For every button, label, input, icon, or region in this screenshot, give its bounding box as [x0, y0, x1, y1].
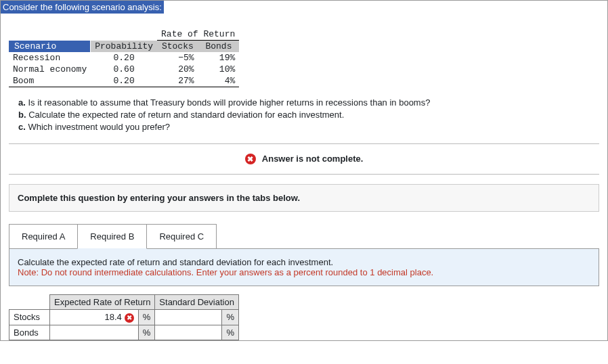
stocks-expected-input[interactable]: 18.4✖ — [50, 310, 139, 325]
col-expected: Expected Rate of Return — [50, 295, 155, 310]
alert-bar: ✖ Answer is not complete. — [9, 143, 599, 175]
rate-header: Rate of Return — [157, 28, 239, 41]
tab-required-a[interactable]: Required A — [9, 224, 78, 249]
alert-text: Answer is not complete. — [262, 154, 364, 164]
col-scenario: Scenario — [13, 41, 58, 51]
bonds-expected-input[interactable] — [50, 325, 139, 340]
tab-list: Required A Required B Required C — [9, 224, 599, 249]
page-title: Consider the following scenario analysis… — [1, 1, 164, 14]
tab-required-c[interactable]: Required C — [146, 224, 217, 249]
wrong-icon: ✖ — [125, 313, 134, 323]
tab-panel-b: Calculate the expected rate of return an… — [9, 248, 599, 286]
panel-instruction: Calculate the expected rate of return an… — [18, 257, 590, 267]
tab-required-b[interactable]: Required B — [77, 224, 147, 249]
row-stocks: Stocks — [9, 310, 50, 325]
scenario-table: Rate of Return Scenario Probability Stoc… — [9, 28, 239, 87]
instruction-box: Complete this question by entering your … — [9, 184, 599, 212]
bonds-stddev-input[interactable] — [155, 325, 222, 340]
stocks-stddev-input[interactable] — [155, 310, 222, 325]
question-list: a. Is it reasonable to assume that Treas… — [18, 97, 599, 134]
answer-table: Expected Rate of Return Standard Deviati… — [9, 294, 239, 340]
table-row: Boom 0.20 27% 4% — [9, 75, 239, 87]
col-stddev: Standard Deviation — [155, 295, 239, 310]
panel-note: Note: Do not round intermediate calculat… — [18, 267, 590, 277]
error-icon: ✖ — [245, 154, 256, 164]
col-bonds: Bonds — [198, 41, 240, 53]
table-row: Recession 0.20 −5% 19% — [9, 52, 239, 64]
table-row: Normal economy 0.60 20% 10% — [9, 64, 239, 75]
col-probability: Probability — [91, 41, 157, 53]
col-stocks: Stocks — [157, 41, 198, 53]
row-bonds: Bonds — [9, 325, 50, 340]
